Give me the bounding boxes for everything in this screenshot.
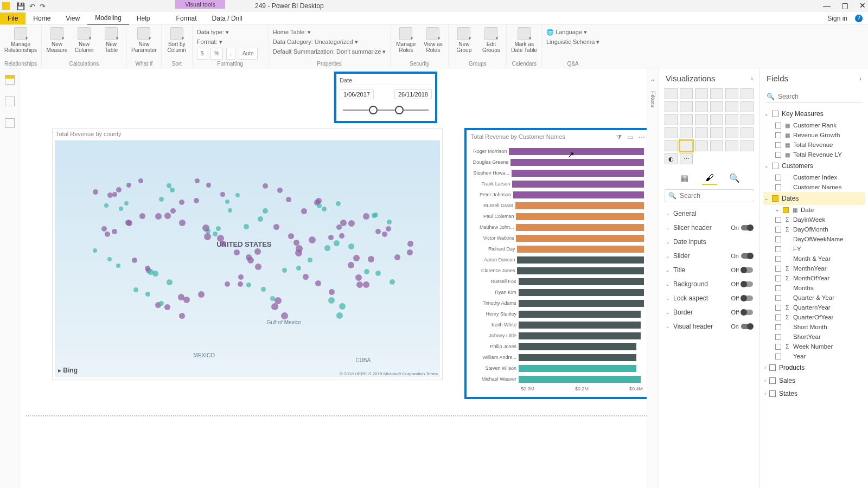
field-table[interactable]: ›States [763, 387, 865, 400]
slider-handle-right[interactable] [395, 106, 404, 114]
map-bubble[interactable] [112, 229, 117, 234]
map-visual[interactable]: Total Revenue by county UNITED STATES Gu… [52, 128, 443, 380]
map-bubble[interactable] [246, 282, 251, 287]
bar-row[interactable]: Johnny Little [470, 331, 644, 341]
data-category-label[interactable]: Data Category: Uncategorized [273, 38, 353, 45]
currency-button[interactable]: $ [197, 48, 208, 60]
map-bubble[interactable] [116, 264, 120, 268]
viz-type-button[interactable] [680, 88, 693, 99]
field-item[interactable]: ▦Total Revenue [763, 140, 865, 150]
viz-type-button[interactable] [710, 114, 723, 125]
map-bubble[interactable] [263, 183, 268, 189]
map-bubble[interactable] [225, 200, 229, 204]
bar-row[interactable]: Roger Morrison [470, 146, 644, 156]
map-bubble[interactable] [216, 226, 221, 231]
undo-icon[interactable]: ↶ [29, 2, 35, 10]
viz-type-button[interactable] [725, 140, 738, 151]
map-bubble[interactable] [93, 248, 97, 253]
fields-tab-icon[interactable]: ▦ [677, 172, 692, 185]
bar-row[interactable]: Peter Johnson [470, 190, 644, 200]
map-bubble[interactable] [363, 213, 369, 220]
viz-type-button[interactable] [665, 88, 678, 99]
map-bubble[interactable] [238, 274, 244, 280]
tab-modeling[interactable]: Modeling [87, 12, 129, 25]
map-bubble[interactable] [179, 200, 184, 205]
map-bubble[interactable] [394, 254, 400, 260]
bar-chart-visual[interactable]: Total Revenue by Customer Names ⧩ ▭ ⋯ Ro… [464, 128, 652, 399]
bar-row[interactable]: Douglas Greene [470, 157, 644, 167]
date-slicer-visual[interactable]: Date 1/06/2017 26/11/2018 [334, 72, 437, 123]
map-bubble[interactable] [93, 189, 98, 195]
map-bubble[interactable] [164, 213, 171, 219]
chevron-right-icon[interactable]: › [859, 75, 861, 82]
summarization-label[interactable]: Default Summarization: Don't summarize [273, 48, 381, 55]
field-item[interactable]: ΣWeek Number [763, 342, 865, 351]
map-bubble[interactable] [195, 178, 200, 183]
field-item[interactable]: ▦Customer Rank [763, 120, 865, 130]
map-bubble[interactable] [145, 292, 150, 297]
toggle-switch[interactable]: Off [731, 267, 753, 273]
map-bubble[interactable] [348, 220, 355, 227]
map-bubble[interactable] [355, 274, 362, 281]
bar-row[interactable]: Keith White [470, 320, 644, 330]
data-view-icon[interactable] [5, 97, 15, 106]
field-item[interactable]: Month & Year [763, 254, 865, 264]
more-options-icon[interactable]: ⋯ [639, 133, 645, 141]
toggle-switch[interactable]: On [731, 253, 753, 259]
viz-type-button[interactable] [680, 140, 693, 151]
bar-row[interactable]: Michael Weaver [470, 374, 644, 384]
viz-type-button[interactable] [710, 140, 723, 151]
map-bubble[interactable] [263, 208, 268, 214]
manage-roles-button[interactable]: Manage Roles [395, 27, 417, 53]
field-item[interactable]: ShortYear [763, 332, 865, 342]
format-section[interactable]: ⌄SliderOn [661, 249, 757, 263]
map-body[interactable]: UNITED STATES Gulf of Mexico MEXICO CUBA… [55, 140, 440, 377]
map-bubble[interactable] [295, 249, 302, 256]
map-bubble[interactable] [255, 264, 261, 270]
map-bubble[interactable] [301, 208, 307, 214]
map-bubble[interactable] [104, 203, 108, 208]
fields-search[interactable]: 🔍 [765, 91, 863, 103]
focus-mode-icon[interactable]: ▭ [627, 133, 633, 141]
tab-view[interactable]: View [58, 12, 87, 24]
map-bubble[interactable] [124, 201, 129, 206]
field-item[interactable]: ΣQuarternYear [763, 303, 865, 312]
map-bubble[interactable] [138, 178, 143, 183]
map-bubble[interactable] [119, 207, 123, 211]
map-bubble[interactable] [112, 192, 117, 197]
chevron-right-icon[interactable]: › [751, 75, 753, 82]
map-bubble[interactable] [348, 262, 354, 268]
map-bubble[interactable] [164, 304, 170, 310]
map-bubble[interactable] [328, 297, 335, 304]
map-bubble[interactable] [275, 297, 282, 304]
map-bubble[interactable] [225, 281, 230, 287]
map-bubble[interactable] [317, 203, 322, 208]
mark-as-date-table-button[interactable]: Mark as Date Table [511, 27, 537, 53]
map-bubble[interactable] [336, 312, 343, 319]
map-bubble[interactable] [387, 220, 392, 224]
map-bubble[interactable] [322, 207, 327, 211]
format-section[interactable]: ⌄TitleOff [661, 263, 757, 277]
bar-row[interactable]: Russell Fox [470, 277, 644, 286]
map-bubble[interactable] [213, 232, 218, 236]
map-bubble[interactable] [303, 274, 309, 280]
map-bubble[interactable] [170, 208, 176, 214]
field-item[interactable]: Months [763, 283, 865, 293]
map-bubble[interactable] [309, 236, 316, 243]
bar-row[interactable]: Victor Watkins [470, 233, 644, 243]
percent-button[interactable]: % [210, 48, 223, 60]
map-bubble[interactable] [167, 279, 173, 285]
viz-type-button[interactable] [695, 88, 708, 99]
tab-data-drill[interactable]: Data / Drill [205, 12, 250, 24]
viz-type-button[interactable] [725, 88, 738, 99]
field-item[interactable]: FY [763, 244, 865, 254]
new-measure-button[interactable]: New Measure [46, 27, 68, 53]
map-bubble[interactable] [328, 235, 334, 240]
map-bubble[interactable] [133, 287, 138, 292]
tab-format[interactable]: Format [169, 12, 205, 24]
map-bubble[interactable] [244, 224, 249, 229]
linguistic-schema-dropdown[interactable]: Linguistic Schema [546, 38, 595, 45]
toggle-switch[interactable]: On [731, 323, 753, 330]
toggle-switch[interactable]: Off [731, 295, 753, 301]
view-as-roles-button[interactable]: View as Roles [422, 27, 444, 53]
